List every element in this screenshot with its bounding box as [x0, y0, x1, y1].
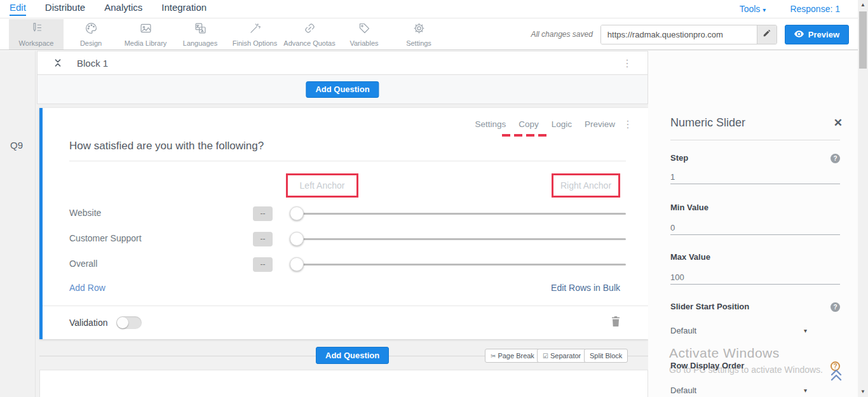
left-rail: Q9 — [0, 51, 36, 397]
preview-button[interactable]: Preview — [785, 25, 849, 44]
min-input-underline — [670, 234, 840, 235]
toolbar-item-label: Media Library — [125, 39, 167, 47]
slider-handle[interactable] — [290, 257, 304, 271]
block-menu-icon[interactable]: ⋮ — [622, 57, 632, 69]
chevron-down-icon: ▾ — [804, 387, 807, 394]
nav-tab-distribute[interactable]: Distribute — [45, 2, 85, 16]
toolbar-item-advance-quotas[interactable]: Advance Quotas — [282, 19, 337, 50]
row-display-order-label: Row Display Order — [670, 361, 744, 370]
scissors-icon: ✂ — [491, 353, 496, 360]
block-title[interactable]: Block 1 — [77, 58, 108, 69]
add-row-link[interactable]: Add Row — [69, 283, 105, 293]
question-logic-link[interactable]: Logic — [552, 119, 572, 129]
separator-button[interactable]: ☑Separator — [537, 349, 587, 363]
nav-tab-integration[interactable]: Integration — [161, 2, 207, 16]
row-slider[interactable] — [290, 238, 626, 240]
row-slider[interactable] — [290, 264, 626, 266]
question-copy-link[interactable]: Copy — [519, 119, 539, 129]
row-value-badge[interactable]: -- — [253, 257, 273, 272]
max-value[interactable]: 100 — [670, 273, 684, 282]
row-label[interactable]: Website — [69, 208, 101, 218]
top-nav: Edit Distribute Analytics Integration To… — [0, 0, 858, 18]
max-input-underline — [670, 284, 840, 285]
toggle-knob — [117, 317, 128, 328]
toolbar-item-workspace[interactable]: Workspace — [9, 19, 64, 50]
block-footer-controls: Add Question ✂Page Break ☑Separator Spli… — [39, 343, 648, 368]
left-anchor-input[interactable] — [288, 180, 356, 191]
question-title[interactable]: How satisfied are you with the following… — [69, 140, 264, 152]
nav-tab-edit[interactable]: Edit — [10, 2, 26, 16]
question-card: Settings Copy Logic Preview ⋮ How satisf… — [39, 108, 648, 339]
right-anchor-input[interactable] — [553, 180, 618, 191]
max-value-label: Max Value — [670, 252, 710, 262]
links-icon — [303, 22, 316, 37]
step-help-icon[interactable]: ? — [831, 154, 840, 163]
slider-start-select[interactable]: Default ▾ — [670, 326, 807, 335]
page-scrollbar[interactable]: ▲ ▼ — [858, 0, 868, 397]
row-slider[interactable] — [290, 213, 626, 215]
nav-tab-analytics[interactable]: Analytics — [104, 2, 142, 16]
toolbar-item-label: Advance Quotas — [283, 39, 335, 47]
activate-windows-watermark: Activate Windows — [669, 346, 780, 361]
palette-icon — [85, 22, 98, 37]
slider-start-help-icon[interactable]: ? — [831, 302, 840, 312]
row-label[interactable]: Customer Support — [69, 233, 142, 243]
chevron-down-icon: ▾ — [804, 327, 807, 334]
question-menu-icon[interactable]: ⋮ — [623, 118, 633, 130]
toolbar-item-variables[interactable]: Variables — [337, 19, 391, 50]
toolbar-item-finish-options[interactable]: Finish Options — [227, 19, 282, 50]
row-label[interactable]: Overall — [69, 259, 97, 269]
add-question-button-top[interactable]: Add Question — [306, 81, 379, 98]
scroll-up-icon[interactable]: ▲ — [858, 1, 868, 10]
slider-handle[interactable] — [290, 232, 304, 246]
row-value-badge[interactable]: -- — [253, 206, 273, 221]
question-preview-link[interactable]: Preview — [585, 119, 615, 129]
toolbar-item-languages[interactable]: Languages — [173, 19, 227, 50]
row-value-badge[interactable]: -- — [253, 232, 273, 246]
save-status: All changes saved — [531, 30, 592, 39]
min-value[interactable]: 0 — [670, 223, 675, 232]
toolbar-item-settings[interactable]: Settings — [391, 19, 446, 50]
delete-question-button[interactable] — [611, 316, 621, 330]
slider-row-customer-support: Customer Support -- — [43, 227, 651, 252]
split-block-button[interactable]: Split Block — [584, 349, 628, 363]
edit-url-button[interactable] — [757, 25, 776, 44]
response-count[interactable]: Response: 1 — [790, 4, 840, 14]
close-icon[interactable]: ✕ — [834, 116, 843, 130]
wand-icon — [248, 22, 262, 37]
editor-toolbar: Workspace Design Media Library Languages… — [0, 19, 858, 50]
toolbar-right: All changes saved Preview — [531, 19, 858, 50]
toolbar-item-media-library[interactable]: Media Library — [118, 19, 173, 50]
min-value-label: Min Value — [670, 203, 709, 212]
validation-row: Validation — [43, 306, 651, 339]
survey-canvas: Q9 Block 1 ⋮ Add Question Settings Copy … — [0, 51, 648, 397]
scroll-to-top-icon[interactable] — [829, 368, 844, 384]
step-value[interactable]: 1 — [670, 172, 675, 182]
validation-toggle[interactable] — [116, 316, 142, 329]
tools-menu-label: Tools — [740, 4, 761, 14]
collapse-block-icon[interactable] — [53, 58, 63, 68]
tools-menu[interactable]: Tools▾ — [740, 4, 766, 14]
right-anchor-annotation-box — [552, 173, 620, 198]
toolbar-item-label: Settings — [406, 39, 431, 47]
gear-icon — [412, 22, 426, 37]
row-display-order-select[interactable]: Default ▾ — [670, 386, 807, 395]
toolbar-item-design[interactable]: Design — [64, 19, 118, 50]
checkbox-icon: ☑ — [543, 353, 548, 360]
toolbar-items: Workspace Design Media Library Languages… — [0, 19, 446, 50]
block-header: Block 1 ⋮ — [37, 51, 648, 75]
slider-handle[interactable] — [290, 206, 304, 220]
survey-url-input[interactable] — [601, 25, 757, 44]
edit-rows-in-bulk-link[interactable]: Edit Rows in Bulk — [551, 283, 620, 293]
scroll-down-icon[interactable]: ▼ — [858, 387, 868, 396]
workspace-icon — [30, 22, 43, 37]
add-question-button-bottom[interactable]: Add Question — [316, 347, 389, 364]
step-label: Step — [670, 153, 688, 163]
scrollbar-thumb[interactable] — [859, 11, 867, 69]
slider-start-value: Default — [670, 326, 696, 335]
split-block-label: Split Block — [590, 352, 622, 360]
settings-annotation-underline — [502, 134, 548, 137]
separator-label: Separator — [550, 352, 581, 360]
question-settings-link[interactable]: Settings — [475, 119, 506, 129]
page-break-button[interactable]: ✂Page Break — [485, 349, 540, 363]
